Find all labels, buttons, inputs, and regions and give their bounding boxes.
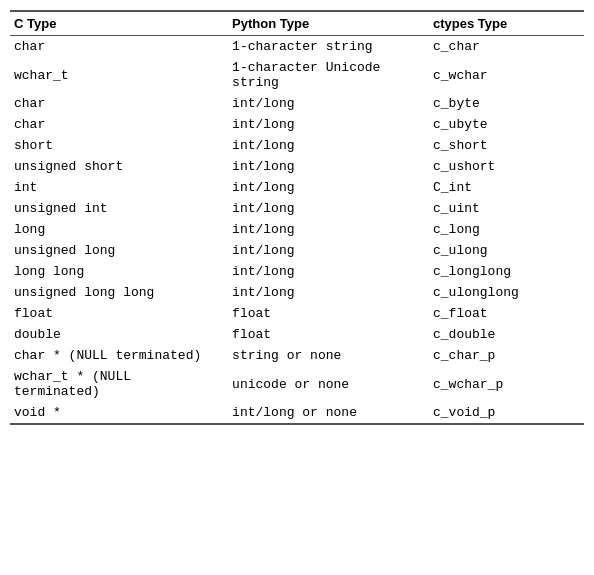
ctypes-type-cell: c_float: [429, 303, 584, 324]
ctypes-type-cell: c_double: [429, 324, 584, 345]
python-type-cell: unicode or none: [228, 366, 429, 402]
table-row: wchar_t1-character Unicode stringc_wchar: [10, 57, 584, 93]
python-type-cell: int/long: [228, 240, 429, 261]
c-type-cell: float: [10, 303, 228, 324]
python-type-cell: int/long: [228, 93, 429, 114]
python-type-cell: string or none: [228, 345, 429, 366]
c-type-cell: double: [10, 324, 228, 345]
python-type-cell: int/long: [228, 135, 429, 156]
table-row: unsigned longint/longc_ulong: [10, 240, 584, 261]
ctypes-type-cell: c_ulong: [429, 240, 584, 261]
python-type-cell: int/long: [228, 177, 429, 198]
ctypes-type-cell: c_longlong: [429, 261, 584, 282]
ctypes-type-cell: c_uint: [429, 198, 584, 219]
table-row: doublefloatc_double: [10, 324, 584, 345]
ctypes-type-cell: c_long: [429, 219, 584, 240]
c-type-cell: long long: [10, 261, 228, 282]
type-mapping-table: C Type Python Type ctypes Type char1-cha…: [10, 10, 584, 425]
table-row: wchar_t * (NULL terminated)unicode or no…: [10, 366, 584, 402]
python-type-cell: int/long: [228, 219, 429, 240]
table-row: floatfloatc_float: [10, 303, 584, 324]
python-type-cell: 1-character string: [228, 36, 429, 58]
c-type-cell: void *: [10, 402, 228, 423]
ctypes-type-header: ctypes Type: [429, 12, 584, 36]
c-type-cell: int: [10, 177, 228, 198]
c-type-cell: char * (NULL terminated): [10, 345, 228, 366]
ctypes-type-cell: c_wchar: [429, 57, 584, 93]
python-type-cell: float: [228, 324, 429, 345]
c-type-cell: unsigned short: [10, 156, 228, 177]
c-type-cell: wchar_t * (NULL terminated): [10, 366, 228, 402]
c-type-cell: short: [10, 135, 228, 156]
c-type-cell: unsigned long long: [10, 282, 228, 303]
python-type-cell: int/long: [228, 198, 429, 219]
c-type-header: C Type: [10, 12, 228, 36]
table-row: void *int/long or nonec_void_p: [10, 402, 584, 423]
ctypes-type-cell: C_int: [429, 177, 584, 198]
table-row: shortint/longc_short: [10, 135, 584, 156]
python-type-cell: int/long: [228, 156, 429, 177]
table-row: char * (NULL terminated)string or nonec_…: [10, 345, 584, 366]
table-row: intint/longC_int: [10, 177, 584, 198]
c-type-cell: wchar_t: [10, 57, 228, 93]
table-row: charint/longc_ubyte: [10, 114, 584, 135]
table-row: unsigned intint/longc_uint: [10, 198, 584, 219]
python-type-cell: int/long: [228, 282, 429, 303]
c-type-cell: long: [10, 219, 228, 240]
ctypes-type-cell: c_ushort: [429, 156, 584, 177]
table-row: long longint/longc_longlong: [10, 261, 584, 282]
table-row: char1-character stringc_char: [10, 36, 584, 58]
python-type-cell: float: [228, 303, 429, 324]
python-type-header: Python Type: [228, 12, 429, 36]
ctypes-type-cell: c_ubyte: [429, 114, 584, 135]
python-type-cell: int/long: [228, 261, 429, 282]
ctypes-type-cell: c_ulonglong: [429, 282, 584, 303]
python-type-cell: int/long or none: [228, 402, 429, 423]
c-type-cell: unsigned int: [10, 198, 228, 219]
table-row: unsigned shortint/longc_ushort: [10, 156, 584, 177]
table-row: unsigned long longint/longc_ulonglong: [10, 282, 584, 303]
ctypes-type-cell: c_char: [429, 36, 584, 58]
ctypes-type-cell: c_void_p: [429, 402, 584, 423]
table-row: longint/longc_long: [10, 219, 584, 240]
c-type-cell: char: [10, 93, 228, 114]
table-header-row: C Type Python Type ctypes Type: [10, 12, 584, 36]
python-type-cell: 1-character Unicode string: [228, 57, 429, 93]
ctypes-type-cell: c_char_p: [429, 345, 584, 366]
ctypes-type-cell: c_wchar_p: [429, 366, 584, 402]
table-row: charint/longc_byte: [10, 93, 584, 114]
ctypes-type-cell: c_byte: [429, 93, 584, 114]
c-type-cell: char: [10, 114, 228, 135]
ctypes-type-cell: c_short: [429, 135, 584, 156]
c-type-cell: char: [10, 36, 228, 58]
c-type-cell: unsigned long: [10, 240, 228, 261]
python-type-cell: int/long: [228, 114, 429, 135]
